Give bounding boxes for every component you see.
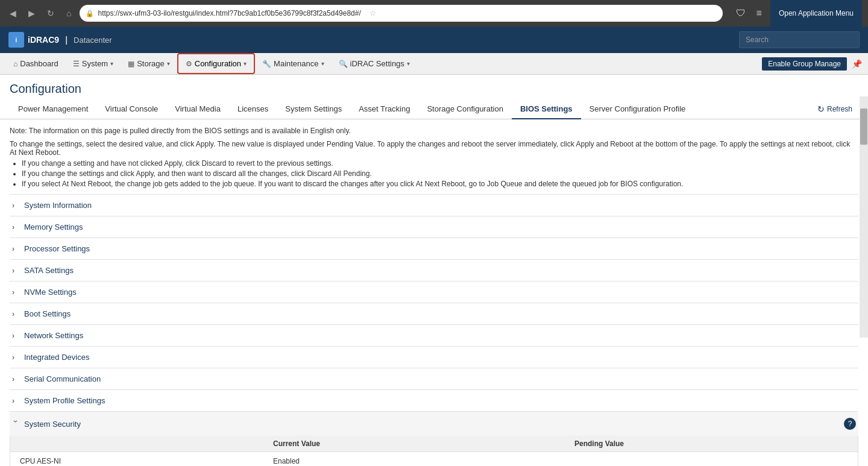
page-title: Configuration (0, 75, 868, 96)
section-boot-settings[interactable]: › Boot Settings (10, 303, 858, 324)
star-icon: ☆ (370, 9, 376, 17)
section-label-serial-communication: Serial Communication (24, 374, 101, 383)
forward-button[interactable]: ▶ (25, 6, 39, 20)
section-memory-settings[interactable]: › Memory Settings (10, 216, 858, 238)
nav-label-dashboard: Dashboard (20, 59, 58, 68)
tab-power-management[interactable]: Power Management (10, 99, 96, 119)
section-chevron-processor-settings: › (12, 245, 19, 253)
sidebar-item-maintenance[interactable]: 🔧 Maintenance ▾ (255, 53, 331, 74)
header-right (739, 31, 860, 48)
maintenance-icon: 🔧 (262, 60, 271, 68)
instructions: To change the settings, select the desir… (10, 140, 858, 188)
sidebar-item-idrac-settings[interactable]: 🔍 iDRAC Settings ▾ (332, 53, 417, 74)
scrollbar[interactable] (860, 96, 868, 338)
home-button[interactable]: ⌂ (63, 6, 75, 20)
section-integrated-devices[interactable]: › Integrated Devices (10, 346, 858, 368)
tab-storage-configuration[interactable]: Storage Configuration (418, 99, 511, 119)
shield-button[interactable]: 🛡 (732, 7, 749, 20)
dashboard-icon: ⌂ (13, 60, 17, 68)
tab-system-settings[interactable]: System Settings (277, 99, 350, 119)
col-label-header (20, 439, 273, 448)
idrac-title: iDRAC9 (28, 35, 59, 45)
section-chevron-boot-settings: › (12, 310, 19, 318)
section-sata-settings[interactable]: › SATA Settings (10, 259, 858, 281)
col-pending-header: Pending Value (574, 439, 848, 448)
browser-chrome: ◀ ▶ ↻ ⌂ 🔒 https://swx-ufm3-03-ilo/restgu… (0, 0, 868, 27)
section-label-nvme-settings: NVMe Settings (24, 288, 77, 297)
refresh-icon: ↻ (817, 104, 825, 114)
section-system-information[interactable]: › System Information (10, 194, 858, 216)
tab-bios-settings[interactable]: BIOS Settings (512, 99, 581, 119)
scrollbar-thumb[interactable] (860, 109, 867, 145)
sidebar-item-storage[interactable]: ▦ Storage ▾ (121, 53, 177, 74)
section-chevron-system-information: › (12, 201, 19, 210)
enable-group-button[interactable]: Enable Group Manage (762, 57, 847, 71)
idrac-logo: i iDRAC9 | Datacenter (8, 32, 112, 48)
pin-icon[interactable]: 📌 (852, 59, 862, 69)
configuration-chevron-icon: ▾ (244, 60, 247, 67)
tab-server-configuration-profile[interactable]: Server Configuration Profile (581, 99, 694, 119)
instruction-3: If you select At Next Reboot, the change… (22, 180, 858, 188)
section-chevron-integrated-devices: › (12, 353, 19, 362)
header-separator: | (65, 35, 68, 45)
maintenance-chevron-icon: ▾ (321, 60, 324, 67)
nav-right: Enable Group Manage 📌 (762, 53, 862, 74)
system-security-content: Current Value Pending Value CPU AES-NI E… (10, 436, 858, 466)
section-network-settings[interactable]: › Network Settings (10, 324, 858, 346)
section-label-system-profile-settings: System Profile Settings (24, 396, 105, 405)
tab-licenses[interactable]: Licenses (229, 99, 277, 119)
section-serial-communication[interactable]: › Serial Communication (10, 368, 858, 389)
refresh-button[interactable]: ↻ Refresh (811, 104, 858, 114)
nav-label-storage: Storage (137, 59, 165, 68)
tab-right: ↻ Refresh (811, 99, 858, 119)
section-nvme-settings[interactable]: › NVMe Settings (10, 281, 858, 303)
nav-label-system: System (82, 59, 108, 68)
tab-virtual-media[interactable]: Virtual Media (166, 99, 229, 119)
idrac-header: i iDRAC9 | Datacenter (0, 27, 868, 53)
section-label-boot-settings: Boot Settings (24, 309, 71, 318)
section-chevron-system-profile-settings: › (12, 397, 19, 405)
instructions-list: If you change a setting and have not cli… (22, 159, 858, 188)
section-system-profile-settings[interactable]: › System Profile Settings (10, 389, 858, 411)
browser-menu-button[interactable]: ≡ (753, 7, 766, 20)
section-label-system-information: System Information (24, 201, 92, 210)
instruction-2: If you change the settings and click App… (22, 169, 858, 178)
sidebar-item-dashboard[interactable]: ⌂ Dashboard (6, 53, 66, 74)
tab-virtual-console[interactable]: Virtual Console (96, 99, 166, 119)
section-label-network-settings: Network Settings (24, 331, 83, 340)
idrac-settings-icon: 🔍 (339, 60, 348, 68)
section-system-security[interactable]: › System Security ? (10, 411, 858, 436)
open-application-menu-button[interactable]: Open Application Menu (770, 0, 862, 27)
section-label-memory-settings: Memory Settings (24, 222, 83, 231)
help-button[interactable]: ? (844, 418, 856, 430)
section-system-security-wrapper: › System Security ? Current Value Pendin… (10, 411, 858, 466)
instructions-intro: To change the settings, select the desir… (10, 140, 858, 157)
field-row-cpu-aes-ni: CPU AES-NI Enabled (10, 452, 858, 466)
info-note: Note: The information on this page is pu… (10, 127, 858, 135)
sidebar-item-system[interactable]: ☰ System ▾ (66, 53, 121, 74)
content-area: Note: The information on this page is pu… (0, 119, 868, 466)
section-chevron-network-settings: › (12, 332, 19, 340)
storage-icon: ▦ (128, 60, 134, 68)
nav-label-idrac-settings: iDRAC Settings (350, 59, 404, 68)
refresh-browser-button[interactable]: ↻ (43, 6, 58, 20)
section-chevron-nvme-settings: › (12, 288, 19, 297)
idrac-settings-chevron-icon: ▾ (407, 60, 410, 67)
address-url: https://swx-ufm3-03-ilo/restgui/index.ht… (98, 9, 360, 17)
lock-icon: 🔒 (86, 10, 94, 17)
search-input[interactable] (739, 31, 860, 48)
sidebar-item-configuration[interactable]: ⚙ Configuration ▾ (177, 53, 255, 74)
back-button[interactable]: ◀ (6, 6, 20, 20)
storage-chevron-icon: ▾ (167, 60, 170, 67)
tab-asset-tracking[interactable]: Asset Tracking (350, 99, 418, 119)
logo-icon: i (8, 32, 24, 48)
section-label-processor-settings: Processor Settings (24, 244, 90, 253)
section-label-sata-settings: SATA Settings (24, 266, 74, 275)
browser-actions: 🛡 ≡ (732, 7, 766, 20)
section-processor-settings[interactable]: › Processor Settings (10, 238, 858, 259)
section-chevron-system-security: › (11, 420, 20, 427)
nav-bar: ⌂ Dashboard ☰ System ▾ ▦ Storage ▾ ⚙ Con… (0, 53, 868, 75)
nav-label-configuration: Configuration (195, 59, 241, 68)
section-list: › System Information › Memory Settings ›… (10, 194, 858, 466)
address-bar[interactable]: 🔒 https://swx-ufm3-03-ilo/restgui/index.… (80, 5, 722, 22)
